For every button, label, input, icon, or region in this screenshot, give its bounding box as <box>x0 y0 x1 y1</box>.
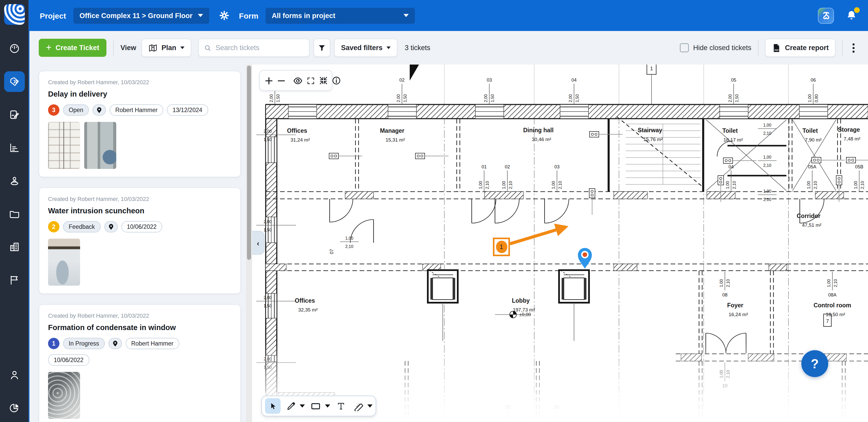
ticket-photo[interactable] <box>48 239 80 286</box>
door-label: 05A <box>808 164 816 169</box>
zoom-out-button[interactable] <box>277 76 286 85</box>
ticket-list: Created by Robert Hammer, 10/03/2022 Del… <box>29 65 246 422</box>
project-value: Office Complex 11 > Ground Floor <box>80 12 192 20</box>
room-area: 16,17 m² <box>723 137 743 142</box>
plus-icon: + <box>46 43 52 52</box>
sidebar-item-documents[interactable] <box>4 203 25 224</box>
annotation-arrow[interactable] <box>510 227 565 244</box>
zoom-in-button[interactable] <box>265 76 273 85</box>
location-pin-badge[interactable] <box>108 338 122 349</box>
room-label: Foyer <box>727 302 743 309</box>
room-label: Toilet <box>722 127 738 134</box>
ticket-marker[interactable]: 1 <box>493 237 510 256</box>
connect-icon <box>821 10 831 21</box>
filter-button[interactable] <box>314 39 330 57</box>
more-options-button[interactable] <box>849 40 858 56</box>
sidebar-item-company[interactable] <box>4 236 25 257</box>
door-label: 07 <box>329 249 334 254</box>
search-field[interactable] <box>216 44 304 52</box>
dimension: 2,10 <box>508 181 513 189</box>
sidebar-item-tickets[interactable] <box>4 71 25 92</box>
collapse-view-button[interactable] <box>319 76 328 85</box>
cursor-icon <box>269 401 277 410</box>
list-scrollbar[interactable] <box>246 63 252 422</box>
dimension: 2,00 <box>396 94 401 102</box>
location-pin-badge[interactable] <box>92 104 106 116</box>
project-selector[interactable]: Office Complex 11 > Ground Floor <box>73 7 209 24</box>
dimension: 2,10 <box>345 244 353 249</box>
pdf-report-icon: PDF <box>772 43 781 53</box>
plan-toolbar <box>259 70 332 91</box>
dimension: 2,10 <box>726 279 730 287</box>
grid-label: 05 <box>731 77 736 83</box>
project-label: Project <box>40 11 66 20</box>
help-button[interactable]: ? <box>801 350 828 377</box>
grid-ref: 1 <box>650 66 653 71</box>
dimension: 2,00 <box>568 94 573 102</box>
door-label: 04 <box>728 164 734 169</box>
hide-closed-checkbox[interactable]: Hide closed tickets <box>680 43 751 52</box>
form-selector[interactable]: All forms in project <box>266 7 415 24</box>
location-pin-badge[interactable] <box>104 221 118 232</box>
visibility-button[interactable] <box>293 76 303 86</box>
ticket-meta: Created by Robert Hammer, 10/03/2022 <box>48 313 231 319</box>
sidebar-item-statistics[interactable] <box>4 137 25 158</box>
pen-tool-button[interactable] <box>285 398 297 414</box>
flag-icon <box>8 274 20 286</box>
dimension: 1,50 <box>264 137 272 142</box>
room-area: 16,50 m² <box>826 312 845 317</box>
project-settings-button[interactable] <box>218 10 230 21</box>
ticket-photo[interactable] <box>48 122 80 169</box>
ticket-title: Delay in delivery <box>48 90 231 98</box>
dimension: 1,50 <box>276 94 280 102</box>
map-pin-icon <box>97 107 102 113</box>
sidebar-item-reports[interactable] <box>4 398 25 418</box>
due-date-badge: 13/12/2024 <box>167 104 208 116</box>
ticket-card[interactable]: Created by Robert Hammer, 10/03/2022 Del… <box>39 71 241 177</box>
ticket-photo[interactable] <box>48 372 80 419</box>
sidebar-item-flags[interactable] <box>4 270 25 290</box>
fullscreen-button[interactable] <box>306 76 315 85</box>
search-tickets-input[interactable] <box>198 39 309 57</box>
room-area: 31,24 m² <box>291 137 310 142</box>
collapse-panel-button[interactable]: ‹ <box>252 231 265 255</box>
gear-icon <box>218 10 230 21</box>
sidebar-item-forms[interactable] <box>4 104 25 125</box>
pen-tool-dropdown[interactable] <box>300 404 305 408</box>
measure-tool-dropdown[interactable] <box>367 404 373 408</box>
dimension: 2,10 <box>813 181 817 189</box>
ticket-location-pin[interactable] <box>578 248 592 269</box>
person-icon <box>8 369 20 381</box>
dimension: 1,00 <box>502 181 506 189</box>
view-selector[interactable]: Plan <box>141 39 191 57</box>
apps-button[interactable] <box>818 7 834 24</box>
sidebar-item-users[interactable] <box>4 365 25 385</box>
sidebar-item-site[interactable] <box>4 170 25 191</box>
floor-plan[interactable]: Offices31,24 m²Manager15,31 m²Dining hal… <box>252 31 868 422</box>
map-pin-icon <box>108 223 114 230</box>
room-area: 197,73 m² <box>513 307 535 313</box>
create-report-button[interactable]: PDF Create report <box>765 39 835 57</box>
saved-filters-selector[interactable]: Saved filters <box>334 39 398 57</box>
ticket-card[interactable]: Created by Robert Hammer, 10/03/2022 For… <box>39 304 241 422</box>
sidebar-item-dashboard[interactable] <box>4 38 25 59</box>
select-tool-button[interactable] <box>265 398 281 414</box>
scrollbar-thumb[interactable] <box>247 66 251 260</box>
door-label: 02 <box>505 164 510 169</box>
measure-tool-button[interactable] <box>352 398 364 414</box>
create-ticket-button[interactable]: + Create Ticket <box>39 39 106 57</box>
form-label: Form <box>239 11 258 20</box>
grid-label: 04 <box>571 77 577 83</box>
app-logo[interactable] <box>4 4 25 25</box>
text-tool-button[interactable] <box>335 398 347 414</box>
priority-badge: 3 <box>48 104 59 116</box>
ticket-card[interactable]: Created by Robert Hammer, 10/03/2022 Wat… <box>39 188 241 294</box>
buildings-icon <box>8 241 20 253</box>
dimension: 2,00 <box>484 94 488 102</box>
shape-tool-dropdown[interactable] <box>325 404 330 408</box>
notifications-button[interactable] <box>845 9 858 22</box>
ticket-photo[interactable] <box>84 122 116 169</box>
shape-tool-button[interactable] <box>309 398 322 414</box>
info-button[interactable] <box>332 76 341 85</box>
dimension: 2,10 <box>860 181 865 189</box>
